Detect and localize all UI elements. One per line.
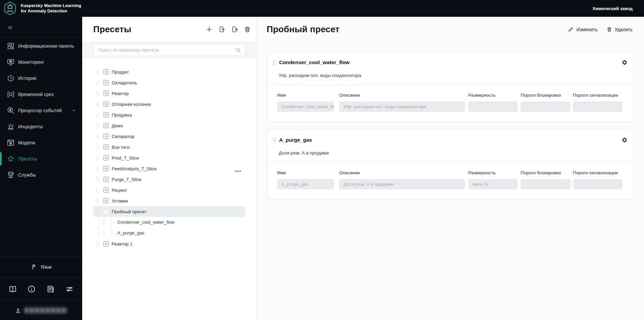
tree-child-item[interactable]: Condenser_cool_water_flow xyxy=(82,217,256,228)
tree-item[interactable]: Уставки xyxy=(94,195,245,206)
main-header: Пробный пресет Изменить Удалить xyxy=(257,17,644,42)
sidebar-item-services[interactable]: Службы xyxy=(0,167,82,183)
drag-handle-icon[interactable] xyxy=(96,123,99,128)
tree-item[interactable]: Охладитель xyxy=(94,77,245,88)
tree-item[interactable]: Purge_T_Slice xyxy=(94,174,245,185)
pencil-icon xyxy=(568,27,574,32)
documentation-button[interactable] xyxy=(8,285,17,293)
tree-item[interactable]: Пробный пресет xyxy=(94,206,245,217)
drag-handle-icon[interactable] xyxy=(273,60,276,65)
collapse-icon[interactable] xyxy=(103,209,109,214)
tree-item[interactable]: Отпарная колонна xyxy=(94,99,245,109)
field-column: ОписаниеДоля реаг. А в продувке xyxy=(339,170,465,189)
tag-card-header: Condenser_cool_water_flow xyxy=(268,52,634,71)
tree-item[interactable]: Prod_T_Slice xyxy=(94,152,245,163)
tree-item-label: Реактор xyxy=(112,91,129,96)
sidebar-item-models[interactable]: Модели xyxy=(0,135,82,151)
tree-item[interactable]: Продукт xyxy=(94,66,245,77)
import-preset-button[interactable] xyxy=(218,26,225,33)
settings-button[interactable] xyxy=(65,285,74,293)
tree-item-label: Рецикл xyxy=(112,188,127,193)
drag-handle-icon[interactable] xyxy=(102,220,105,225)
sidebar-item-label: Пресеты xyxy=(18,156,37,162)
readonly-field: Доля реаг. А в продувке xyxy=(339,179,465,189)
about-button[interactable] xyxy=(27,285,36,293)
delete-preset-page-button[interactable]: Удалить xyxy=(606,27,633,32)
tag-settings-button[interactable] xyxy=(622,137,628,143)
drag-handle-icon[interactable] xyxy=(96,241,99,246)
expand-icon[interactable] xyxy=(103,101,109,107)
sidebar-item-event-processor[interactable]: Процессор событий xyxy=(0,102,82,119)
tree-child-item[interactable]: A_purge_gas xyxy=(82,228,256,238)
drag-handle-icon[interactable] xyxy=(102,230,105,235)
user-account[interactable] xyxy=(0,301,82,320)
sidebar-item-history[interactable]: История xyxy=(0,70,82,86)
sidebar-item-incidents[interactable]: Инциденты xyxy=(0,119,82,135)
drag-handle-icon[interactable] xyxy=(96,188,99,193)
expand-icon[interactable] xyxy=(103,144,109,150)
drag-handle-icon[interactable] xyxy=(96,91,99,96)
info-icon xyxy=(27,285,36,293)
expand-icon[interactable] xyxy=(103,123,109,128)
sidebar-item-monitoring[interactable]: Мониторинг xyxy=(0,54,82,70)
sidebar-item-presets[interactable]: Пресеты xyxy=(0,151,82,167)
expand-icon[interactable] xyxy=(103,198,109,203)
sidebar-item-label: Инциденты xyxy=(18,124,43,129)
drag-handle-icon[interactable] xyxy=(96,198,99,203)
tree-item[interactable]: Демо xyxy=(94,120,245,131)
tag-settings-button[interactable] xyxy=(622,59,628,65)
drag-handle-icon[interactable] xyxy=(96,112,99,118)
export-preset-button[interactable] xyxy=(231,26,238,33)
expand-icon[interactable] xyxy=(103,177,109,182)
tree-item[interactable]: Продувка xyxy=(94,109,245,120)
tree-item[interactable]: Реактор 1 xyxy=(94,238,245,249)
expand-icon[interactable] xyxy=(103,80,109,85)
column-label: Размерность xyxy=(468,170,518,175)
sidebar-nav: Информационная панельМониторингИсторияВр… xyxy=(0,37,82,183)
trash-icon xyxy=(244,26,251,33)
event-processor-icon xyxy=(7,106,15,115)
person-icon xyxy=(15,307,21,314)
drag-handle-icon[interactable] xyxy=(273,137,276,143)
drag-handle-icon[interactable] xyxy=(96,80,99,85)
drag-handle-icon[interactable] xyxy=(96,209,99,214)
tree-item[interactable]: Реактор xyxy=(94,88,245,99)
tree-item[interactable]: Все теги xyxy=(94,142,245,152)
drag-handle-icon[interactable] xyxy=(96,177,99,182)
expand-icon[interactable] xyxy=(103,112,109,118)
drag-handle-icon[interactable] xyxy=(96,155,99,161)
sidebar-item-time-slice[interactable]: Временной срез xyxy=(0,86,82,102)
tree-item[interactable]: Сепаратор xyxy=(94,131,245,142)
drag-handle-icon[interactable] xyxy=(96,166,99,171)
sidebar-item-label: История xyxy=(18,76,36,81)
expand-icon[interactable] xyxy=(103,155,109,161)
history-icon xyxy=(7,74,15,82)
plus-icon xyxy=(206,26,213,33)
sidebar-bottom: Язык xyxy=(0,256,82,320)
delete-preset-button[interactable] xyxy=(244,26,251,33)
tree-child-label: Condenser_cool_water_flow xyxy=(117,220,174,225)
expand-icon[interactable] xyxy=(103,134,109,139)
readonly-field: A_purge_gas xyxy=(277,179,334,189)
sidebar-collapse-button[interactable] xyxy=(3,21,17,34)
drag-handle-icon[interactable] xyxy=(96,134,99,139)
drag-handle-icon[interactable] xyxy=(96,145,99,150)
expand-icon[interactable] xyxy=(103,69,109,75)
edit-preset-button[interactable]: Изменить xyxy=(568,27,597,32)
preset-search-input[interactable] xyxy=(94,44,245,56)
expand-icon[interactable] xyxy=(103,241,109,246)
expand-icon[interactable] xyxy=(103,166,109,171)
sidebar-item-dashboard[interactable]: Информационная панель xyxy=(0,38,82,54)
add-preset-button[interactable] xyxy=(206,26,213,33)
row-more-menu-icon[interactable] xyxy=(235,168,241,170)
expand-icon[interactable] xyxy=(103,91,109,96)
expand-icon[interactable] xyxy=(103,187,109,193)
tree-item[interactable]: Рецикл xyxy=(94,185,245,195)
drag-handle-icon[interactable] xyxy=(96,102,99,107)
tag-fields: ИмяCondenser_cool_water_flowОписаниеУпр.… xyxy=(268,85,634,112)
drag-handle-icon[interactable] xyxy=(96,70,99,75)
tag-name: Condenser_cool_water_flow xyxy=(279,59,350,65)
tree-item[interactable]: FeedAnalysis_T_Slice xyxy=(94,163,245,174)
language-button[interactable]: Язык xyxy=(0,256,82,277)
news-button[interactable] xyxy=(46,285,55,293)
